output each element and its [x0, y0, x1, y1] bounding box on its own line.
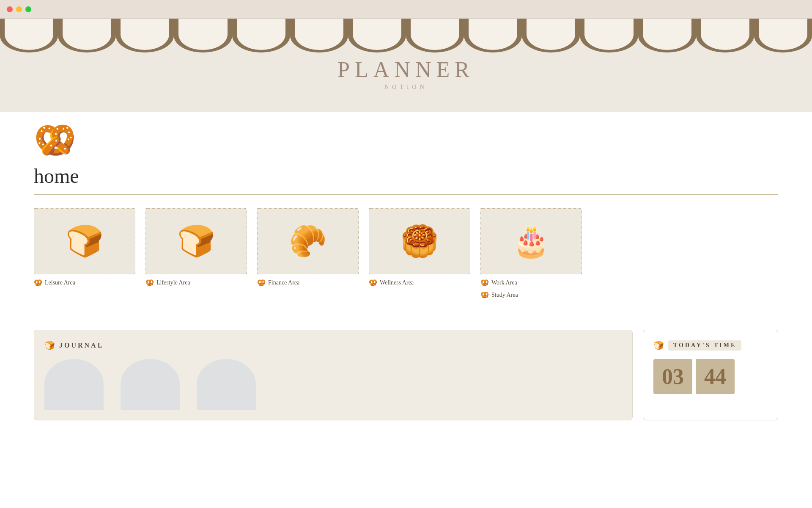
journal-title: JOURNAL: [59, 342, 104, 349]
lifestyle-label-text: Lifestyle Area: [156, 279, 190, 286]
wellness-pretzel-icon: 🥨: [369, 279, 377, 287]
notion-subtitle: NOTION: [337, 84, 475, 91]
journal-header: 🍞 JOURNAL: [44, 340, 622, 351]
journal-circle-2: [121, 359, 180, 410]
maximize-button[interactable]: [25, 6, 31, 12]
home-heading-area: home: [0, 160, 812, 194]
bottom-section: 🍞 JOURNAL 🍞 TODAY'S TIME 03 44: [0, 330, 812, 420]
wellness-card-wrapper: 🥮 🥨 Wellness Area: [369, 208, 470, 299]
close-button[interactable]: [7, 6, 13, 12]
top-divider: [34, 194, 778, 195]
page-body: 🥨 home 🍞 🥨 Leisure Area: [0, 112, 812, 420]
journal-circle-3: [197, 359, 256, 410]
lifestyle-label[interactable]: 🥨 Lifestyle Area: [145, 279, 247, 287]
leisure-card[interactable]: 🍞: [34, 208, 135, 274]
finance-label[interactable]: 🥨 Finance Area: [257, 279, 359, 287]
journal-icon: 🍞: [44, 340, 55, 351]
time-card[interactable]: 🍞 TODAY'S TIME 03 44: [643, 330, 778, 420]
leisure-pretzel-icon: 🥨: [34, 279, 42, 287]
time-icon: 🍞: [653, 340, 664, 351]
cards-section: 🍞 🥨 Leisure Area 🍞 🥨 Lifestyle Area: [0, 208, 812, 299]
study-pretzel-icon: 🥨: [480, 291, 489, 299]
work-label[interactable]: 🥨 Work Area: [480, 279, 582, 287]
finance-card[interactable]: 🥐: [257, 208, 359, 274]
study-label[interactable]: 🥨 Study Area: [480, 291, 582, 299]
wellness-label-text: Wellness Area: [380, 279, 414, 286]
window-chrome: [0, 0, 812, 19]
work-card[interactable]: 🎂: [480, 208, 582, 274]
leisure-label[interactable]: 🥨 Leisure Area: [34, 279, 135, 287]
journal-circle-1: [44, 359, 104, 410]
awning: [0, 19, 812, 59]
finance-card-wrapper: 🥐 🥨 Finance Area: [257, 208, 359, 299]
minimize-button[interactable]: [16, 6, 22, 12]
lifestyle-pretzel-icon: 🥨: [145, 279, 154, 287]
journal-card[interactable]: 🍞 JOURNAL: [34, 330, 633, 420]
leisure-food-icon: 🍞: [66, 226, 104, 257]
study-label-text: Study Area: [491, 292, 518, 298]
wellness-card[interactable]: 🥮: [369, 208, 470, 274]
work-label-text: Work Area: [491, 279, 517, 286]
finance-food-icon: 🥐: [289, 226, 327, 257]
time-minutes: 44: [696, 359, 735, 394]
time-header: 🍞 TODAY'S TIME: [653, 340, 768, 351]
work-pretzel-icon: 🥨: [480, 279, 489, 287]
lifestyle-food-icon: 🍞: [177, 226, 215, 257]
wellness-food-icon: 🥮: [401, 226, 439, 257]
lifestyle-card-wrapper: 🍞 🥨 Lifestyle Area: [145, 208, 247, 299]
pretzel-area: 🥨: [0, 112, 812, 160]
planner-title: PLANNER: [337, 57, 475, 82]
work-food-icon: 🎂: [512, 226, 550, 257]
finance-label-text: Finance Area: [268, 279, 299, 286]
header-banner: PLANNER NOTION: [0, 19, 812, 112]
banner-title-area: PLANNER NOTION: [337, 57, 475, 91]
time-hours: 03: [653, 359, 692, 394]
lifestyle-card[interactable]: 🍞: [145, 208, 247, 274]
wellness-label[interactable]: 🥨 Wellness Area: [369, 279, 470, 287]
pretzel-icon: 🥨: [34, 120, 76, 160]
time-display: 03 44: [653, 359, 768, 394]
work-card-wrapper: 🎂 🥨 Work Area 🥨 Study Area: [480, 208, 582, 299]
time-title: TODAY'S TIME: [668, 340, 741, 351]
bottom-divider: [34, 316, 778, 316]
finance-pretzel-icon: 🥨: [257, 279, 266, 287]
page-title: home: [34, 164, 778, 188]
leisure-card-wrapper: 🍞 🥨 Leisure Area: [34, 208, 135, 299]
leisure-label-text: Leisure Area: [45, 279, 75, 286]
journal-circles: [44, 359, 622, 410]
